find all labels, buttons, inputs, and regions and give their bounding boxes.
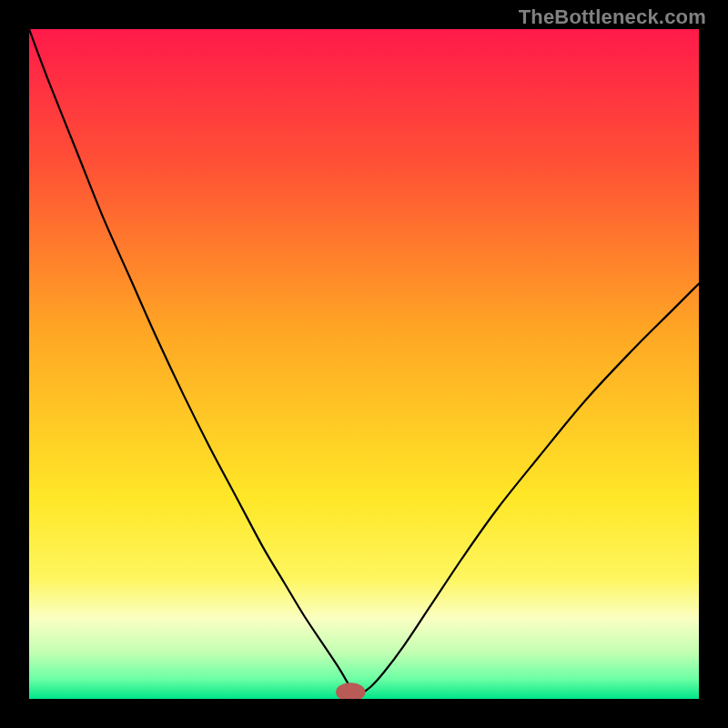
chart-frame: TheBottleneck.com [0, 0, 728, 728]
watermark-text: TheBottleneck.com [519, 5, 706, 29]
gradient-background [29, 29, 699, 699]
chart-svg [29, 29, 699, 699]
plot-area [29, 29, 699, 699]
